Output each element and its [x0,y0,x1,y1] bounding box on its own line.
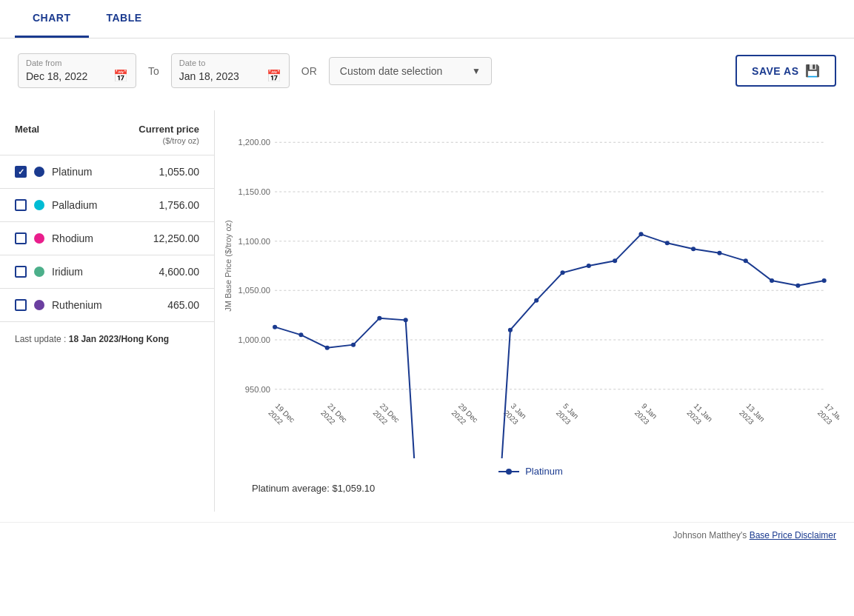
metal-checkbox-iridium[interactable] [15,266,27,278]
chart-container: 950.001,000.001,050.001,100.001,150.001,… [222,118,839,458]
save-icon: 💾 [805,64,821,78]
metal-checkbox-platinum[interactable] [15,166,27,178]
metal-checkbox-ruthenium[interactable] [15,299,27,311]
svg-point-46 [613,258,617,263]
svg-text:1,000.00: 1,000.00 [238,335,270,344]
metal-name: Platinum [52,166,159,178]
disclaimer-link[interactable]: Base Price Disclaimer [750,530,836,540]
save-as-button[interactable]: SAVE AS 💾 [735,55,836,87]
calendar-from-icon[interactable]: 📅 [113,69,128,83]
svg-point-36 [351,343,356,347]
svg-text:1,150.00: 1,150.00 [238,187,270,196]
footer-prefix: Johnson Matthey's [673,530,747,540]
svg-point-45 [587,264,591,268]
metal-dot-palladium [34,200,44,210]
legend-line-icon [498,467,522,476]
svg-point-50 [717,251,721,255]
svg-point-56 [506,469,512,475]
svg-point-42 [508,328,513,332]
last-update-label: Last update : [15,334,66,344]
svg-point-54 [822,278,827,283]
metal-row: Platinum1,055.00 [0,155,214,189]
metal-price: 1,756.00 [159,199,200,211]
metal-name: Rhodium [52,232,153,244]
metal-dot-rhodium [34,233,44,244]
or-separator: OR [298,65,320,77]
metal-price: 12,250.00 [153,232,199,244]
svg-point-44 [561,270,565,275]
footer: Johnson Matthey's Base Price Disclaimer [0,522,854,548]
metal-price: 1,055.00 [159,166,200,178]
svg-point-37 [377,316,381,321]
chart-legend: Platinum [222,466,839,477]
metal-price: 465.00 [167,299,199,311]
last-update-value: 18 Jan 2023/Hong Kong [69,334,169,344]
metal-row: Palladium1,756.00 [0,189,214,222]
metals-panel: Metal Current price ($/troy oz) Platinum… [0,110,215,512]
calendar-to-icon[interactable]: 📅 [267,69,281,83]
main-content: Metal Current price ($/troy oz) Platinum… [0,103,854,519]
date-from-label: Date from [26,58,128,67]
save-as-label: SAVE AS [752,65,798,77]
metal-name: Palladium [52,199,159,211]
svg-point-53 [795,284,800,288]
metal-row: Ruthenium465.00 [0,289,214,322]
metal-dot-iridium [34,267,44,277]
svg-text:1,050.00: 1,050.00 [238,286,270,295]
svg-point-43 [534,298,538,303]
chart-average: Platinum average: $1,059.10 [222,477,839,497]
svg-text:1,100.00: 1,100.00 [238,237,270,246]
chart-area: 950.001,000.001,050.001,100.001,150.001,… [215,110,854,512]
metal-dot-ruthenium [34,300,44,310]
tab-bar: CHART TABLE [0,0,854,38]
price-col-header: Current price [139,124,199,135]
average-value: $1,059.10 [332,483,375,494]
svg-point-38 [404,318,408,322]
svg-point-33 [273,325,277,329]
svg-text:1,200.00: 1,200.00 [238,138,270,147]
metal-checkbox-rhodium[interactable] [15,232,27,244]
svg-point-35 [325,346,330,350]
svg-point-49 [691,247,695,251]
svg-point-47 [638,232,643,236]
svg-point-51 [744,258,748,263]
custom-date-select-label: Custom date selection [340,65,443,77]
metal-col-header: Metal [15,124,39,135]
date-to-value: Jan 18, 2023 [179,70,239,82]
metals-table-header: Metal Current price ($/troy oz) [0,118,214,155]
metal-checkbox-palladium[interactable] [15,199,27,211]
svg-point-34 [298,332,303,337]
metal-dot-platinum [34,167,44,177]
metals-list: Platinum1,055.00Palladium1,756.00Rhodium… [0,155,214,322]
tab-table[interactable]: TABLE [89,0,160,38]
last-update: Last update : 18 Jan 2023/Hong Kong [0,322,214,356]
svg-point-52 [770,278,774,283]
custom-date-select[interactable]: Custom date selection ▼ [329,57,492,85]
date-to-label: Date to [179,58,281,67]
svg-text:JM Base Price ($/troy oz): JM Base Price ($/troy oz) [224,220,233,311]
date-from-field[interactable]: Date from Dec 18, 2022 📅 [18,53,136,88]
chart-svg: 950.001,000.001,050.001,100.001,150.001,… [222,118,839,458]
svg-text:950.00: 950.00 [245,385,270,394]
date-to-field[interactable]: Date to Jan 18, 2023 📅 [171,53,290,88]
date-from-value: Dec 18, 2022 [26,70,87,82]
to-separator: To [145,65,162,77]
price-col-subheader: ($/troy oz) [162,136,199,145]
controls-bar: Date from Dec 18, 2022 📅 To Date to Jan … [0,38,854,103]
metal-row: Iridium4,600.00 [0,255,214,289]
metal-name: Ruthenium [52,299,167,311]
svg-point-48 [665,241,670,245]
tab-chart[interactable]: CHART [15,0,89,38]
chevron-down-icon: ▼ [472,66,481,76]
legend-label: Platinum [525,466,563,477]
metal-price: 4,600.00 [159,266,200,278]
metal-name: Iridium [52,266,159,278]
average-label: Platinum average: [252,483,330,494]
metal-row: Rhodium12,250.00 [0,222,214,255]
